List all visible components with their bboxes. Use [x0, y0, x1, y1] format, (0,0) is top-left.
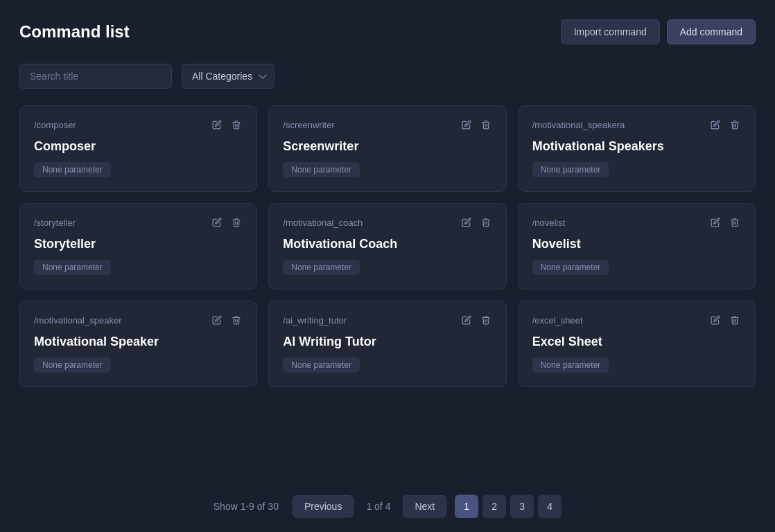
card-title: Composer	[34, 139, 243, 154]
pagination-bar: Show 1-9 of 30 Previous 1 of 4 Next 1234	[0, 481, 775, 532]
card-header: /ai_writing_tutor	[283, 314, 491, 326]
card-title: Motivational Speaker	[34, 335, 243, 349]
param-badge: None parameter	[34, 260, 111, 275]
card: /motivational_speakera Motivational Spea…	[518, 105, 756, 192]
page-number-button[interactable]: 2	[482, 495, 506, 518]
edit-button[interactable]	[460, 314, 473, 326]
import-command-button[interactable]: Import command	[561, 19, 660, 44]
edit-button[interactable]	[709, 314, 722, 326]
card-actions	[211, 314, 243, 326]
card-slug: /screenwriter	[283, 120, 334, 130]
edit-button[interactable]	[460, 216, 473, 229]
card-slug: /motivational_coach	[283, 218, 363, 228]
page-number-button[interactable]: 3	[510, 495, 534, 518]
param-badge: None parameter	[34, 357, 111, 373]
card-actions	[211, 118, 243, 131]
header: Command list Import command Add command	[19, 19, 756, 44]
card-actions	[460, 118, 492, 131]
card-slug: /ai_writing_tutor	[283, 315, 347, 326]
card-header: /excel_sheet	[532, 314, 741, 326]
category-select[interactable]: All CategoriesWritingBusinessEducationEn…	[182, 64, 275, 89]
delete-button[interactable]	[230, 118, 243, 131]
card: /novelist Novelist None parameter	[518, 203, 756, 290]
card: /ai_writing_tutor AI Writing Tutor None …	[268, 301, 506, 387]
header-buttons: Import command Add command	[561, 19, 756, 44]
delete-button[interactable]	[480, 216, 492, 229]
card-actions	[709, 314, 741, 326]
card-slug: /excel_sheet	[532, 315, 583, 326]
edit-button[interactable]	[709, 118, 722, 131]
card-actions	[709, 118, 741, 131]
card-actions	[709, 216, 741, 229]
edit-button[interactable]	[460, 118, 473, 131]
page-number-button[interactable]: 1	[455, 495, 478, 518]
delete-button[interactable]	[230, 216, 243, 229]
card: /motivational_coach Motivational Coach N…	[268, 203, 506, 290]
page-number-button[interactable]: 4	[538, 495, 561, 518]
card-header: /motivational_coach	[283, 216, 491, 229]
add-command-button[interactable]: Add command	[667, 19, 756, 44]
edit-button[interactable]	[709, 216, 722, 229]
card-actions	[460, 314, 492, 326]
param-badge: None parameter	[283, 162, 360, 177]
filter-bar: All CategoriesWritingBusinessEducationEn…	[19, 64, 756, 89]
param-badge: None parameter	[283, 260, 360, 275]
delete-button[interactable]	[230, 314, 243, 326]
search-input[interactable]	[19, 64, 172, 89]
card-title: Excel Sheet	[532, 335, 741, 349]
param-badge: None parameter	[532, 162, 609, 177]
card-title: AI Writing Tutor	[283, 335, 491, 349]
card-slug: /composer	[34, 120, 76, 130]
pagination-info: Show 1-9 of 30	[214, 501, 279, 512]
param-badge: None parameter	[34, 162, 111, 177]
delete-button[interactable]	[480, 314, 492, 326]
delete-button[interactable]	[729, 216, 741, 229]
cards-grid: /composer Composer None parameter /scree…	[19, 105, 756, 387]
previous-button[interactable]: Previous	[293, 495, 354, 517]
card-actions	[211, 216, 243, 229]
card: /storyteller Storyteller None parameter	[19, 203, 257, 290]
card-header: /novelist	[532, 216, 741, 229]
card-slug: /novelist	[532, 218, 566, 228]
card-header: /motivational_speakera	[532, 118, 741, 131]
next-button[interactable]: Next	[403, 495, 446, 517]
card: /screenwriter Screenwriter None paramete…	[268, 105, 506, 192]
card-slug: /motivational_speakera	[532, 120, 625, 130]
page-indicator: 1 of 4	[362, 501, 394, 512]
card: /motivational_speaker Motivational Speak…	[19, 301, 257, 387]
card-header: /screenwriter	[283, 118, 491, 131]
card-title: Screenwriter	[283, 139, 491, 154]
page-container: Command list Import command Add command …	[0, 0, 775, 429]
card-header: /storyteller	[34, 216, 243, 229]
delete-button[interactable]	[729, 314, 741, 326]
card: /excel_sheet Excel Sheet None parameter	[518, 301, 756, 387]
card-actions	[460, 216, 492, 229]
card-slug: /motivational_speaker	[34, 315, 121, 326]
card-slug: /storyteller	[34, 218, 76, 228]
card: /composer Composer None parameter	[19, 105, 257, 192]
delete-button[interactable]	[729, 118, 741, 131]
edit-button[interactable]	[211, 216, 223, 229]
param-badge: None parameter	[532, 357, 609, 373]
edit-button[interactable]	[211, 118, 223, 131]
card-header: /motivational_speaker	[34, 314, 243, 326]
param-badge: None parameter	[532, 260, 609, 275]
param-badge: None parameter	[283, 357, 360, 373]
card-title: Storyteller	[34, 237, 243, 251]
card-title: Novelist	[532, 237, 741, 251]
card-header: /composer	[34, 118, 243, 131]
page-numbers: 1234	[455, 495, 561, 518]
edit-button[interactable]	[211, 314, 223, 326]
delete-button[interactable]	[480, 118, 492, 131]
page-title: Command list	[19, 22, 130, 42]
card-title: Motivational Coach	[283, 237, 491, 251]
card-title: Motivational Speakers	[532, 139, 741, 154]
